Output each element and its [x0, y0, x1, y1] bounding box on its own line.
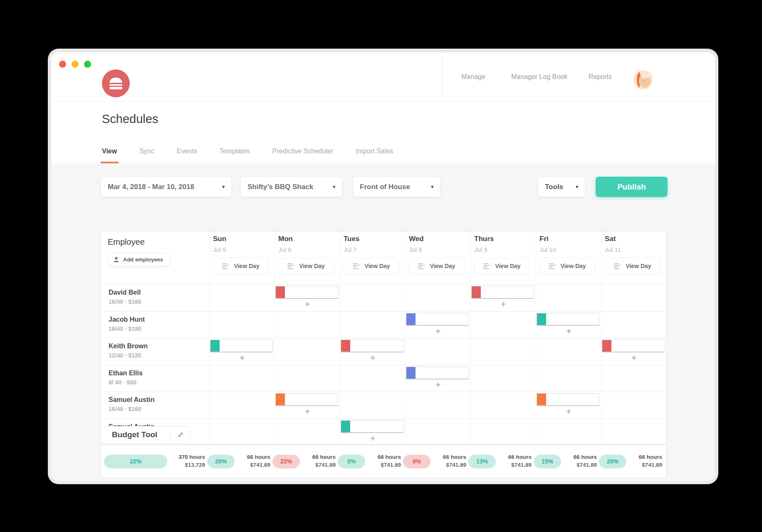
view-day-button[interactable]: View Day — [409, 258, 465, 274]
tab-view[interactable]: View — [102, 148, 117, 163]
tools-label: Tools — [545, 183, 563, 191]
add-shift-button[interactable]: + — [601, 354, 666, 362]
shift-cell[interactable] — [209, 284, 275, 311]
publish-button[interactable]: Publish — [596, 177, 668, 197]
add-shift-button[interactable]: + — [536, 407, 601, 416]
nav-manage[interactable]: Manage — [461, 73, 485, 81]
shift-cell[interactable] — [470, 338, 536, 365]
date-range-dropdown[interactable]: Mar 4, 2018 - Mar 10, 2018 ▾ — [101, 177, 232, 197]
nav-manager-log-book[interactable]: Manager Log Book — [511, 73, 567, 81]
add-employees-button[interactable]: Add employees — [108, 253, 171, 266]
view-day-button[interactable]: View Day — [474, 258, 530, 274]
shift-bar[interactable] — [341, 340, 403, 352]
view-day-button[interactable]: View Day — [605, 258, 661, 274]
department-dropdown[interactable]: Front of House ▾ — [353, 177, 440, 197]
tab-import-sales[interactable]: Import Sales — [356, 148, 393, 163]
minimize-window-button[interactable] — [72, 61, 79, 68]
shift-cell[interactable] — [209, 419, 275, 445]
add-shift-button[interactable]: + — [340, 434, 405, 443]
shift-bar[interactable] — [537, 313, 599, 326]
add-shift-button[interactable]: + — [210, 354, 275, 362]
shift-bar[interactable] — [406, 367, 469, 379]
shift-cell[interactable] — [209, 392, 275, 419]
shift-cell[interactable] — [601, 419, 666, 445]
shift-cell[interactable] — [601, 284, 666, 311]
shift-cell[interactable]: + — [275, 284, 340, 311]
user-avatar[interactable] — [633, 70, 653, 89]
shift-cell[interactable] — [536, 419, 601, 445]
shift-cell[interactable]: + — [340, 419, 405, 445]
shift-bar[interactable] — [341, 420, 403, 433]
shift-cell[interactable]: + — [275, 392, 340, 419]
shift-bar[interactable] — [275, 286, 338, 299]
shift-bar[interactable] — [210, 340, 273, 352]
shift-bar[interactable] — [275, 393, 338, 406]
add-shift-button[interactable]: + — [471, 300, 536, 308]
budget-expand-button[interactable] — [170, 426, 190, 443]
shift-cell[interactable] — [340, 311, 405, 338]
budget-tool-title: Budget Tool — [101, 426, 170, 443]
shift-cell[interactable]: + — [340, 338, 405, 365]
view-day-label: View Day — [299, 263, 324, 269]
view-day-button[interactable]: View Day — [539, 258, 595, 274]
shift-cell[interactable] — [536, 365, 601, 392]
shift-cell[interactable] — [275, 419, 340, 445]
nav-reports[interactable]: Reports — [589, 73, 612, 81]
day-name: Wed — [409, 235, 467, 243]
view-day-button[interactable]: View Day — [213, 258, 269, 274]
shift-cell[interactable] — [470, 392, 536, 419]
view-day-button[interactable]: View Day — [278, 258, 334, 274]
shift-cell[interactable] — [340, 365, 405, 392]
view-day-button[interactable]: View Day — [344, 258, 399, 274]
shift-bar[interactable] — [602, 340, 665, 352]
shift-cell[interactable] — [601, 365, 666, 392]
shift-cell[interactable]: + — [209, 338, 275, 365]
shift-cell[interactable] — [601, 392, 666, 419]
add-shift-button[interactable]: + — [536, 327, 601, 335]
location-dropdown[interactable]: Shifty’s BBQ Shack ▾ — [240, 177, 342, 197]
shift-bar[interactable] — [406, 313, 469, 326]
tab-sync[interactable]: Sync — [139, 148, 154, 163]
shift-bar[interactable] — [537, 393, 599, 406]
shift-cell[interactable] — [405, 284, 470, 311]
shift-cell[interactable] — [275, 365, 340, 392]
day-list-icon — [287, 263, 295, 269]
tools-dropdown[interactable]: Tools ▾ — [538, 177, 585, 197]
shift-cell[interactable] — [405, 392, 470, 419]
shift-cell[interactable] — [340, 284, 405, 311]
add-shift-button[interactable]: + — [275, 407, 340, 416]
shift-color-chip — [406, 367, 416, 379]
add-shift-button[interactable]: + — [340, 354, 405, 362]
tab-predictive-scheduler[interactable]: Predictive Scheduler — [272, 148, 334, 163]
shift-bar[interactable] — [471, 286, 534, 299]
shift-cell[interactable]: + — [470, 284, 536, 311]
shift-cell[interactable]: + — [536, 311, 601, 338]
shift-cell[interactable] — [601, 311, 666, 338]
add-shift-button[interactable]: + — [275, 300, 340, 308]
tab-events[interactable]: Events — [177, 148, 197, 163]
shift-cell[interactable]: + — [405, 365, 470, 392]
shift-cell[interactable] — [209, 311, 275, 338]
shift-cell[interactable] — [405, 419, 470, 445]
close-window-button[interactable] — [59, 61, 66, 68]
shift-cell[interactable] — [470, 419, 536, 445]
schedule-content: Mar 4, 2018 - Mar 10, 2018 ▾ Shifty’s BB… — [51, 163, 715, 481]
add-employees-label: Add employees — [123, 256, 163, 263]
shift-cell[interactable] — [470, 311, 536, 338]
shift-cell[interactable]: + — [405, 311, 470, 338]
shift-cell[interactable] — [275, 311, 340, 338]
shift-cell[interactable] — [536, 284, 601, 311]
shift-cell[interactable] — [405, 338, 470, 365]
shift-cell[interactable] — [536, 338, 601, 365]
shift-cell[interactable]: + — [536, 392, 601, 419]
zoom-window-button[interactable] — [84, 61, 91, 68]
shift-cell[interactable] — [209, 365, 275, 392]
shift-cell[interactable] — [470, 365, 536, 392]
shift-cell[interactable] — [275, 338, 340, 365]
add-shift-button[interactable]: + — [406, 327, 470, 335]
add-shift-button[interactable]: + — [406, 381, 470, 389]
tab-templates[interactable]: Templates — [220, 148, 250, 163]
shift-cell[interactable]: + — [601, 338, 666, 365]
shift-cell[interactable] — [340, 392, 405, 419]
employee-cell: David Bell 16/40 · $160 — [101, 284, 209, 311]
